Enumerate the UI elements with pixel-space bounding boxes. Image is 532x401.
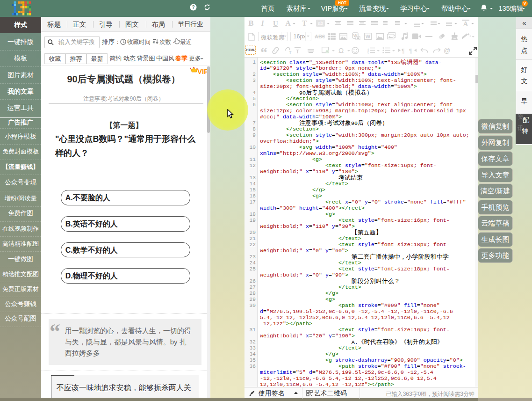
svg-text:?: ?: [192, 5, 194, 10]
